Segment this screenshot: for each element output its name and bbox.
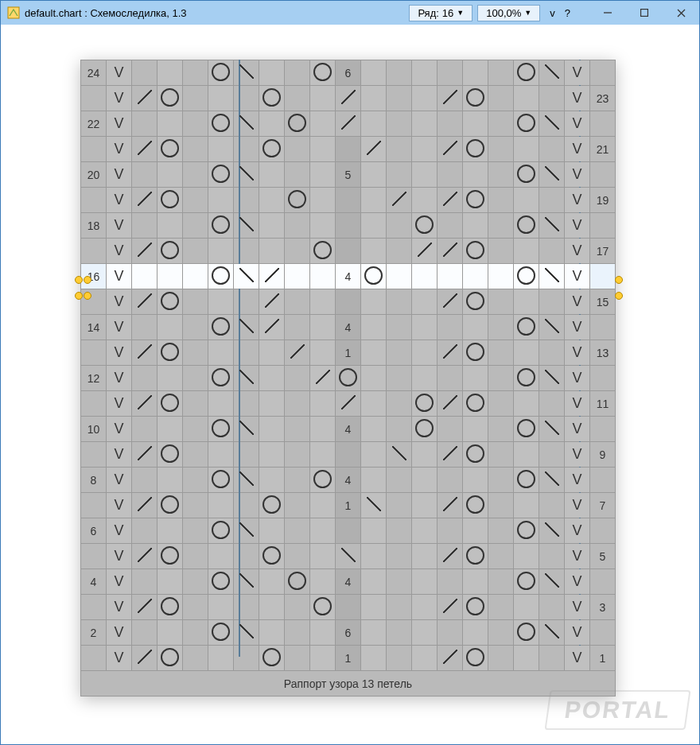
stitch-cell[interactable]: V xyxy=(107,442,132,468)
stitch-cell[interactable] xyxy=(438,544,463,569)
stitch-cell[interactable] xyxy=(132,518,158,544)
stitch-cell[interactable] xyxy=(310,264,336,289)
stitch-cell[interactable] xyxy=(463,162,488,188)
stitch-cell[interactable] xyxy=(438,239,463,264)
v-menu-button[interactable]: v xyxy=(545,6,560,21)
stitch-cell[interactable] xyxy=(132,468,158,493)
stitch-cell[interactable] xyxy=(259,391,285,417)
stitch-cell[interactable] xyxy=(234,468,259,493)
stitch-cell[interactable] xyxy=(438,417,463,442)
chart-row[interactable]: 8V4V xyxy=(81,468,616,493)
zoom-selector[interactable]: 100,0% ▼ xyxy=(477,5,540,21)
stitch-cell[interactable] xyxy=(463,468,488,493)
stitch-cell[interactable] xyxy=(463,86,488,111)
stitch-cell[interactable] xyxy=(514,544,539,569)
stitch-cell[interactable] xyxy=(438,366,463,391)
stitch-cell[interactable] xyxy=(310,569,336,595)
stitch-cell[interactable] xyxy=(158,518,183,544)
stitch-cell[interactable] xyxy=(361,289,387,315)
stitch-cell[interactable] xyxy=(208,468,234,493)
stitch-cell[interactable] xyxy=(132,544,158,569)
stitch-cell[interactable] xyxy=(208,315,234,340)
stitch-cell[interactable] xyxy=(412,366,438,391)
stitch-cell[interactable] xyxy=(310,493,336,518)
chart-row[interactable]: VV9 xyxy=(81,442,616,468)
chart-row[interactable]: 14V4V xyxy=(81,315,616,340)
stitch-cell[interactable]: V xyxy=(107,340,132,366)
stitch-cell[interactable] xyxy=(234,569,259,595)
stitch-cell[interactable] xyxy=(463,60,488,86)
stitch-cell[interactable] xyxy=(361,162,387,188)
stitch-cell[interactable]: V xyxy=(107,595,132,620)
stitch-cell[interactable] xyxy=(412,340,438,366)
stitch-cell[interactable]: V xyxy=(107,544,132,569)
stitch-cell[interactable] xyxy=(438,111,463,137)
stitch-cell[interactable] xyxy=(158,188,183,213)
stitch-cell[interactable] xyxy=(539,595,565,620)
stitch-cell[interactable]: V xyxy=(565,86,590,111)
stitch-cell[interactable]: V xyxy=(107,188,132,213)
stitch-cell[interactable] xyxy=(336,391,361,417)
stitch-cell[interactable] xyxy=(539,137,565,162)
stitch-cell[interactable] xyxy=(259,595,285,620)
stitch-cell[interactable] xyxy=(132,162,158,188)
stitch-cell[interactable] xyxy=(336,289,361,315)
chart-row[interactable]: VV17 xyxy=(81,239,616,264)
stitch-cell[interactable] xyxy=(539,366,565,391)
stitch-cell[interactable] xyxy=(310,544,336,569)
stitch-cell[interactable] xyxy=(132,569,158,595)
stitch-cell[interactable]: V xyxy=(107,86,132,111)
stitch-cell[interactable] xyxy=(361,239,387,264)
stitch-cell[interactable] xyxy=(234,366,259,391)
stitch-cell[interactable] xyxy=(310,442,336,468)
stitch-cell[interactable] xyxy=(539,188,565,213)
chart-row[interactable]: 12VV xyxy=(81,366,616,391)
stitch-cell[interactable] xyxy=(539,239,565,264)
stitch-cell[interactable] xyxy=(285,468,310,493)
stitch-cell[interactable] xyxy=(183,137,208,162)
stitch-cell[interactable] xyxy=(438,442,463,468)
stitch-cell[interactable] xyxy=(438,137,463,162)
stitch-cell[interactable] xyxy=(488,595,514,620)
stitch-cell[interactable] xyxy=(361,264,387,289)
chart-row[interactable]: 4V4V xyxy=(81,569,616,595)
chart-row[interactable]: VV5 xyxy=(81,544,616,569)
stitch-cell[interactable]: V xyxy=(565,315,590,340)
stitch-cell[interactable] xyxy=(463,544,488,569)
stitch-cell[interactable] xyxy=(438,188,463,213)
stitch-cell[interactable] xyxy=(132,86,158,111)
stitch-cell[interactable] xyxy=(285,646,310,671)
stitch-cell[interactable] xyxy=(259,417,285,442)
stitch-cell[interactable] xyxy=(539,417,565,442)
stitch-cell[interactable] xyxy=(259,569,285,595)
stitch-cell[interactable] xyxy=(387,137,412,162)
stitch-cell[interactable] xyxy=(234,86,259,111)
stitch-cell[interactable]: V xyxy=(107,239,132,264)
chart-row[interactable]: VV19 xyxy=(81,188,616,213)
stitch-cell[interactable] xyxy=(132,442,158,468)
stitch-cell[interactable]: V xyxy=(565,340,590,366)
stitch-cell[interactable] xyxy=(488,239,514,264)
stitch-cell[interactable] xyxy=(158,60,183,86)
stitch-cell[interactable] xyxy=(208,264,234,289)
stitch-cell[interactable]: V xyxy=(107,417,132,442)
stitch-cell[interactable] xyxy=(488,646,514,671)
stitch-cell[interactable] xyxy=(514,620,539,646)
stitch-cell[interactable]: 4 xyxy=(336,468,361,493)
stitch-cell[interactable] xyxy=(412,315,438,340)
maximize-button[interactable] xyxy=(626,1,663,25)
stitch-cell[interactable] xyxy=(539,289,565,315)
stitch-cell[interactable] xyxy=(132,340,158,366)
stitch-cell[interactable] xyxy=(387,315,412,340)
stitch-cell[interactable] xyxy=(387,442,412,468)
stitch-cell[interactable] xyxy=(183,60,208,86)
stitch-cell[interactable]: V xyxy=(107,60,132,86)
stitch-cell[interactable] xyxy=(183,544,208,569)
stitch-cell[interactable] xyxy=(158,468,183,493)
stitch-cell[interactable] xyxy=(514,213,539,239)
stitch-cell[interactable] xyxy=(412,213,438,239)
stitch-cell[interactable] xyxy=(234,111,259,137)
stitch-cell[interactable]: 4 xyxy=(336,417,361,442)
stitch-cell[interactable]: V xyxy=(565,188,590,213)
stitch-cell[interactable] xyxy=(387,188,412,213)
